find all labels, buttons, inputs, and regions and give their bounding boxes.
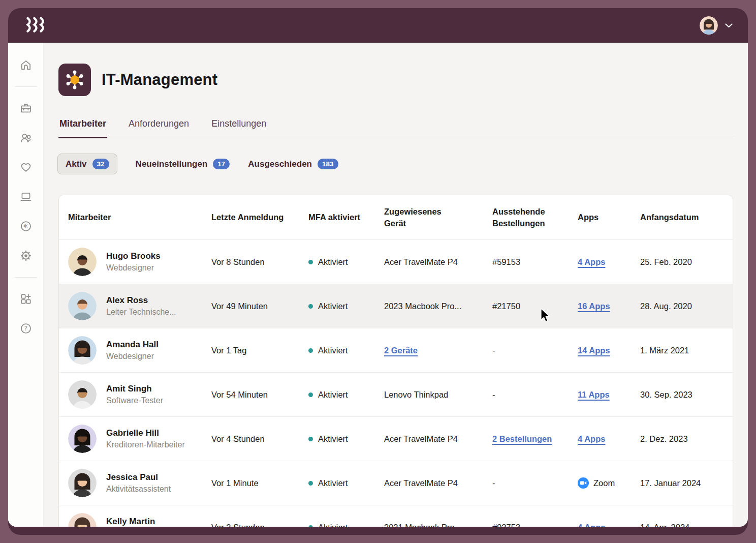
last-login: Vor 1 Minute bbox=[211, 478, 308, 488]
tab-mitarbeiter[interactable]: Mitarbeiter bbox=[58, 118, 107, 138]
tab-anforderungen[interactable]: Anforderungen bbox=[128, 118, 190, 138]
table-row[interactable]: Jessica Paul Aktivitätsassistent Vor 1 M… bbox=[59, 461, 733, 505]
mfa-status: Aktiviert bbox=[318, 523, 348, 527]
pending-orders: - bbox=[492, 390, 495, 399]
sidebar-item-toolbox[interactable] bbox=[15, 97, 37, 119]
employee-name: Alex Ross bbox=[106, 295, 176, 306]
employee-name: Hugo Brooks bbox=[106, 251, 161, 261]
apps-link[interactable]: 11 Apps bbox=[578, 390, 610, 400]
column-header: Anfangsdatum bbox=[640, 212, 733, 223]
apps-link[interactable]: 16 Apps bbox=[578, 301, 610, 311]
employee-role: Software-Tester bbox=[106, 396, 163, 405]
employee-avatar bbox=[68, 469, 97, 497]
rippling-logo-icon[interactable] bbox=[24, 17, 47, 34]
pending-orders: #92753 bbox=[492, 523, 520, 527]
table-header-row: Mitarbeiter Letzte Anmeldung MFA aktivie… bbox=[59, 195, 733, 239]
mfa-status: Aktiviert bbox=[318, 434, 348, 444]
employee-name: Jessica Paul bbox=[106, 472, 171, 482]
euro-coin-icon: € bbox=[19, 220, 33, 233]
sidebar-divider bbox=[15, 277, 37, 278]
sidebar-item-home[interactable] bbox=[15, 54, 37, 76]
employee-avatar bbox=[68, 513, 97, 527]
sidebar-item-benefits[interactable] bbox=[15, 156, 37, 178]
sidebar-item-help[interactable]: ? bbox=[15, 317, 37, 340]
count-badge: 17 bbox=[213, 159, 230, 169]
screen: { "colors": { "frame": "#7a5667", "topba… bbox=[0, 0, 756, 543]
assigned-device: Acer TravelMate P4 bbox=[384, 434, 458, 443]
zoom-app-icon bbox=[578, 477, 589, 489]
table-row[interactable]: Amit Singh Software-Tester Vor 54 Minute… bbox=[59, 372, 733, 416]
last-login: Vor 8 Stunden bbox=[211, 257, 308, 267]
employee-role: Webdesigner bbox=[106, 263, 161, 273]
pending-orders: - bbox=[492, 346, 495, 355]
column-header: Apps bbox=[578, 212, 640, 223]
status-dot bbox=[308, 348, 313, 353]
pending-orders: #59153 bbox=[492, 257, 520, 266]
count-badge: 183 bbox=[318, 159, 338, 169]
sidebar-item-apps[interactable] bbox=[15, 288, 37, 310]
employee-role: Leiter Technische... bbox=[106, 308, 176, 317]
laptop-icon bbox=[19, 190, 33, 203]
toolbox-icon bbox=[19, 102, 33, 115]
filter-aktiv[interactable]: Aktiv 32 bbox=[57, 154, 117, 174]
employee-role: Webdesigner bbox=[106, 352, 159, 361]
employee-name: Amanda Hall bbox=[106, 340, 159, 350]
apps-link[interactable]: 4 Apps bbox=[578, 523, 605, 527]
people-icon bbox=[19, 131, 33, 144]
mfa-status: Aktiviert bbox=[318, 301, 348, 311]
employee-avatar bbox=[68, 380, 97, 409]
status-dot bbox=[308, 393, 313, 397]
svg-text:?: ? bbox=[24, 325, 27, 332]
mfa-status: Aktiviert bbox=[318, 257, 348, 267]
mfa-status: Aktiviert bbox=[318, 346, 348, 355]
user-avatar[interactable] bbox=[700, 16, 718, 35]
employee-role: Kreditoren-Mitarbeiter bbox=[106, 440, 185, 449]
employee-role: Aktivitätsassistent bbox=[106, 485, 171, 494]
column-header: Letzte Anmeldung bbox=[211, 212, 308, 223]
column-header: Ausstehende Bestellungen bbox=[492, 206, 557, 229]
start-date: 28. Aug. 2020 bbox=[640, 301, 733, 311]
apps-link[interactable]: 14 Apps bbox=[578, 346, 610, 355]
count-badge: 32 bbox=[92, 159, 109, 169]
start-date: 17. Januar 2024 bbox=[640, 478, 733, 488]
it-management-app-icon bbox=[58, 64, 91, 96]
tab-einstellungen[interactable]: Einstellungen bbox=[210, 118, 267, 138]
start-date: 30. Sep. 2023 bbox=[640, 390, 733, 400]
status-dot bbox=[308, 525, 313, 527]
apps-link[interactable]: 4 Apps bbox=[578, 434, 605, 444]
assigned-device: Lenovo Thinkpad bbox=[384, 390, 448, 399]
device-link[interactable]: 2 Geräte bbox=[384, 346, 418, 355]
topbar bbox=[8, 8, 748, 43]
filter-neueinstellungen[interactable]: Neueinstellungen 17 bbox=[136, 159, 230, 169]
start-date: 2. Dez. 2023 bbox=[640, 434, 733, 444]
mfa-status: Aktiviert bbox=[318, 390, 348, 400]
table-row[interactable]: Kelly Martin Hundetrainer Vor 2 Stunden … bbox=[59, 505, 733, 527]
user-menu[interactable] bbox=[700, 16, 733, 35]
sidebar-item-finance[interactable]: € bbox=[15, 215, 37, 237]
employee-avatar bbox=[68, 336, 97, 365]
sidebar-item-devices[interactable] bbox=[15, 186, 37, 208]
table-row[interactable]: Gabrielle Hill Kreditoren-Mitarbeiter Vo… bbox=[59, 416, 733, 461]
employee-name: Kelly Martin bbox=[106, 517, 155, 527]
start-date: 25. Feb. 2020 bbox=[640, 257, 733, 267]
apps-link[interactable]: 4 Apps bbox=[578, 257, 605, 267]
sidebar-item-settings[interactable] bbox=[15, 245, 37, 267]
chevron-down-icon bbox=[725, 23, 733, 28]
table-row[interactable]: Alex Ross Leiter Technische... Vor 49 Mi… bbox=[59, 284, 733, 328]
help-icon: ? bbox=[19, 322, 33, 335]
table-row[interactable]: Amanda Hall Webdesigner Vor 1 Tag Aktivi… bbox=[59, 328, 733, 372]
pending-orders: #21750 bbox=[492, 301, 520, 311]
page-title: IT-Management bbox=[102, 71, 217, 89]
assigned-device: Acer TravelMate P4 bbox=[384, 478, 458, 488]
sidebar-divider bbox=[15, 86, 37, 87]
employee-avatar bbox=[68, 425, 97, 453]
filter-ausgeschieden[interactable]: Ausgeschieden 183 bbox=[248, 159, 338, 169]
apps-cell-text: Zoom bbox=[593, 478, 615, 488]
orders-link[interactable]: 2 Bestellungen bbox=[492, 434, 552, 443]
employee-avatar bbox=[68, 248, 97, 276]
apps-grid-plus-icon bbox=[19, 292, 33, 306]
employee-name: Gabrielle Hill bbox=[106, 428, 185, 438]
table-row[interactable]: Hugo Brooks Webdesigner Vor 8 Stunden Ak… bbox=[59, 239, 733, 284]
last-login: Vor 4 Stunden bbox=[211, 434, 308, 444]
sidebar-item-people[interactable] bbox=[15, 127, 37, 149]
